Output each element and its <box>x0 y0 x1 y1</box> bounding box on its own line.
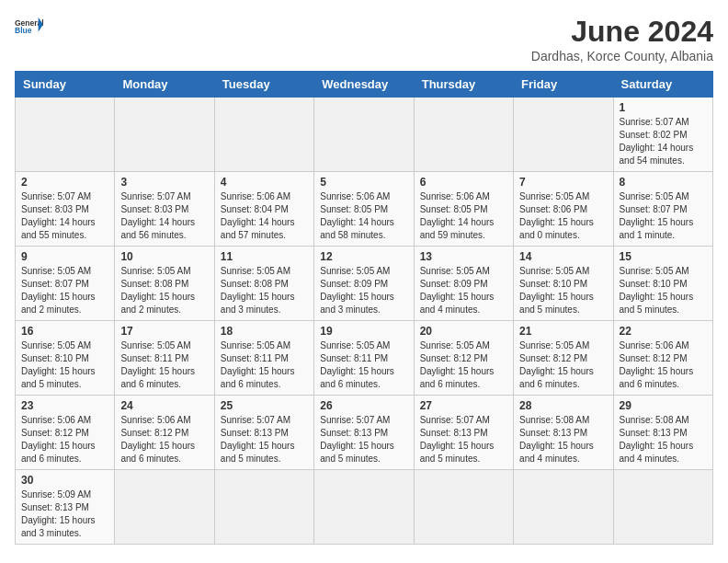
page-header: General Blue June 2024 Dardhas, Korce Co… <box>15 15 713 63</box>
calendar-body: 1Sunrise: 5:07 AMSunset: 8:02 PMDaylight… <box>16 98 713 545</box>
calendar-day-cell: 4Sunrise: 5:06 AMSunset: 8:04 PMDaylight… <box>214 172 313 247</box>
day-number: 8 <box>620 176 707 189</box>
day-info: Sunrise: 5:05 AMSunset: 8:10 PMDaylight:… <box>21 339 108 391</box>
calendar-day-cell <box>414 470 513 545</box>
calendar-day-cell: 9Sunrise: 5:05 AMSunset: 8:07 PMDaylight… <box>16 247 115 321</box>
calendar-day-cell <box>16 98 115 172</box>
day-info: Sunrise: 5:08 AMSunset: 8:13 PMDaylight:… <box>620 414 707 465</box>
day-info: Sunrise: 5:05 AMSunset: 8:09 PMDaylight:… <box>420 265 507 316</box>
day-info: Sunrise: 5:05 AMSunset: 8:12 PMDaylight:… <box>519 339 607 391</box>
day-number: 15 <box>620 250 707 263</box>
location-subtitle: Dardhas, Korce County, Albania <box>531 49 713 63</box>
day-info: Sunrise: 5:09 AMSunset: 8:13 PMDaylight:… <box>21 488 108 540</box>
day-number: 1 <box>620 101 707 114</box>
day-info: Sunrise: 5:05 AMSunset: 8:11 PMDaylight:… <box>120 339 208 391</box>
day-number: 6 <box>420 176 507 189</box>
calendar-day-cell: 29Sunrise: 5:08 AMSunset: 8:13 PMDayligh… <box>613 396 712 470</box>
calendar-header: SundayMondayTuesdayWednesdayThursdayFrid… <box>16 72 713 98</box>
day-info: Sunrise: 5:06 AMSunset: 8:05 PMDaylight:… <box>420 190 507 242</box>
calendar-day-cell: 17Sunrise: 5:05 AMSunset: 8:11 PMDayligh… <box>115 321 214 396</box>
calendar-week-row: 23Sunrise: 5:06 AMSunset: 8:12 PMDayligh… <box>16 396 713 470</box>
day-info: Sunrise: 5:07 AMSunset: 8:13 PMDaylight:… <box>420 414 507 465</box>
calendar-day-cell <box>514 98 613 172</box>
calendar-day-cell <box>314 98 414 172</box>
calendar-day-cell <box>414 98 513 172</box>
day-number: 3 <box>120 176 208 189</box>
day-number: 10 <box>120 250 208 263</box>
day-info: Sunrise: 5:07 AMSunset: 8:13 PMDaylight:… <box>320 414 407 465</box>
weekday-header-monday: Monday <box>115 72 214 98</box>
calendar-day-cell: 25Sunrise: 5:07 AMSunset: 8:13 PMDayligh… <box>214 396 313 470</box>
calendar-day-cell: 10Sunrise: 5:05 AMSunset: 8:08 PMDayligh… <box>115 247 214 321</box>
calendar-day-cell <box>613 470 712 545</box>
day-number: 11 <box>221 250 308 263</box>
day-number: 22 <box>620 325 707 338</box>
calendar-day-cell: 6Sunrise: 5:06 AMSunset: 8:05 PMDaylight… <box>414 172 513 247</box>
weekday-header-wednesday: Wednesday <box>314 72 414 98</box>
day-number: 30 <box>21 474 108 487</box>
calendar-day-cell: 28Sunrise: 5:08 AMSunset: 8:13 PMDayligh… <box>514 396 613 470</box>
calendar-day-cell: 22Sunrise: 5:06 AMSunset: 8:12 PMDayligh… <box>613 321 712 396</box>
day-number: 20 <box>420 325 507 338</box>
calendar-day-cell <box>115 98 214 172</box>
day-info: Sunrise: 5:06 AMSunset: 8:12 PMDaylight:… <box>21 414 108 465</box>
calendar-day-cell: 16Sunrise: 5:05 AMSunset: 8:10 PMDayligh… <box>16 321 115 396</box>
calendar-day-cell: 13Sunrise: 5:05 AMSunset: 8:09 PMDayligh… <box>414 247 513 321</box>
calendar-day-cell: 12Sunrise: 5:05 AMSunset: 8:09 PMDayligh… <box>314 247 414 321</box>
day-number: 13 <box>420 250 507 263</box>
general-blue-logo-icon: General Blue <box>15 15 44 44</box>
day-number: 27 <box>420 399 507 412</box>
calendar-day-cell <box>214 98 313 172</box>
calendar-day-cell: 30Sunrise: 5:09 AMSunset: 8:13 PMDayligh… <box>16 470 115 545</box>
day-info: Sunrise: 5:05 AMSunset: 8:08 PMDaylight:… <box>221 265 308 316</box>
weekday-header-saturday: Saturday <box>613 72 712 98</box>
weekday-header-thursday: Thursday <box>414 72 513 98</box>
day-info: Sunrise: 5:05 AMSunset: 8:10 PMDaylight:… <box>620 265 707 316</box>
day-number: 7 <box>519 176 607 189</box>
weekday-header-sunday: Sunday <box>16 72 115 98</box>
day-info: Sunrise: 5:06 AMSunset: 8:12 PMDaylight:… <box>620 339 707 391</box>
calendar-day-cell: 23Sunrise: 5:06 AMSunset: 8:12 PMDayligh… <box>16 396 115 470</box>
day-number: 9 <box>21 250 108 263</box>
weekday-header-friday: Friday <box>514 72 613 98</box>
day-info: Sunrise: 5:05 AMSunset: 8:09 PMDaylight:… <box>320 265 407 316</box>
day-info: Sunrise: 5:07 AMSunset: 8:02 PMDaylight:… <box>620 116 707 167</box>
day-info: Sunrise: 5:05 AMSunset: 8:06 PMDaylight:… <box>519 190 607 242</box>
calendar-table: SundayMondayTuesdayWednesdayThursdayFrid… <box>15 71 713 545</box>
calendar-day-cell <box>115 470 214 545</box>
logo: General Blue <box>15 15 44 44</box>
calendar-day-cell <box>214 470 313 545</box>
day-info: Sunrise: 5:07 AMSunset: 8:03 PMDaylight:… <box>120 190 208 242</box>
calendar-day-cell: 27Sunrise: 5:07 AMSunset: 8:13 PMDayligh… <box>414 396 513 470</box>
calendar-day-cell: 18Sunrise: 5:05 AMSunset: 8:11 PMDayligh… <box>214 321 313 396</box>
calendar-day-cell: 2Sunrise: 5:07 AMSunset: 8:03 PMDaylight… <box>16 172 115 247</box>
calendar-day-cell: 26Sunrise: 5:07 AMSunset: 8:13 PMDayligh… <box>314 396 414 470</box>
title-area: June 2024 Dardhas, Korce County, Albania <box>531 15 713 63</box>
day-info: Sunrise: 5:05 AMSunset: 8:11 PMDaylight:… <box>320 339 407 391</box>
calendar-week-row: 9Sunrise: 5:05 AMSunset: 8:07 PMDaylight… <box>16 247 713 321</box>
day-number: 19 <box>320 325 407 338</box>
calendar-day-cell: 21Sunrise: 5:05 AMSunset: 8:12 PMDayligh… <box>514 321 613 396</box>
day-info: Sunrise: 5:06 AMSunset: 8:05 PMDaylight:… <box>320 190 407 242</box>
day-info: Sunrise: 5:06 AMSunset: 8:04 PMDaylight:… <box>221 190 308 242</box>
calendar-week-row: 30Sunrise: 5:09 AMSunset: 8:13 PMDayligh… <box>16 470 713 545</box>
day-number: 23 <box>21 399 108 412</box>
day-info: Sunrise: 5:07 AMSunset: 8:03 PMDaylight:… <box>21 190 108 242</box>
day-number: 24 <box>120 399 208 412</box>
day-info: Sunrise: 5:08 AMSunset: 8:13 PMDaylight:… <box>519 414 607 465</box>
day-info: Sunrise: 5:05 AMSunset: 8:07 PMDaylight:… <box>620 190 707 242</box>
day-number: 16 <box>21 325 108 338</box>
calendar-day-cell: 15Sunrise: 5:05 AMSunset: 8:10 PMDayligh… <box>613 247 712 321</box>
calendar-day-cell <box>514 470 613 545</box>
calendar-day-cell: 14Sunrise: 5:05 AMSunset: 8:10 PMDayligh… <box>514 247 613 321</box>
day-number: 14 <box>519 250 607 263</box>
day-number: 2 <box>21 176 108 189</box>
day-number: 21 <box>519 325 607 338</box>
calendar-day-cell: 5Sunrise: 5:06 AMSunset: 8:05 PMDaylight… <box>314 172 414 247</box>
calendar-day-cell <box>314 470 414 545</box>
month-title: June 2024 <box>531 15 713 49</box>
calendar-week-row: 16Sunrise: 5:05 AMSunset: 8:10 PMDayligh… <box>16 321 713 396</box>
day-info: Sunrise: 5:05 AMSunset: 8:12 PMDaylight:… <box>420 339 507 391</box>
calendar-day-cell: 11Sunrise: 5:05 AMSunset: 8:08 PMDayligh… <box>214 247 313 321</box>
calendar-day-cell: 1Sunrise: 5:07 AMSunset: 8:02 PMDaylight… <box>613 98 712 172</box>
